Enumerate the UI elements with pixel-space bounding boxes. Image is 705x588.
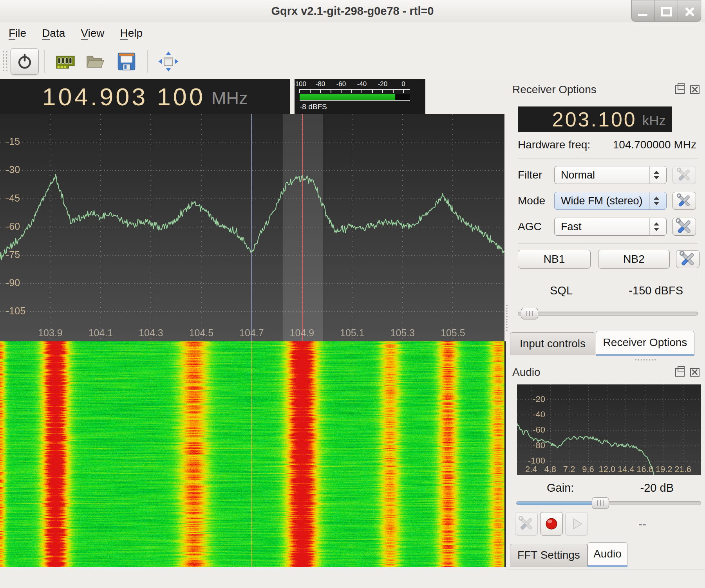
- tab-input-controls[interactable]: Input controls: [510, 332, 595, 355]
- spectrum-y-tick-label: -90: [6, 277, 20, 289]
- agc-options-button[interactable]: [672, 218, 696, 236]
- spectrum-x-tick-label: 105.3: [390, 327, 415, 339]
- tab-fft-settings[interactable]: FFT Settings: [510, 544, 588, 566]
- spinner-icon[interactable]: [649, 192, 663, 209]
- frequency-value[interactable]: 104.903 100: [42, 83, 205, 111]
- gain-label: Gain:: [547, 482, 574, 494]
- menu-file[interactable]: File: [9, 27, 26, 40]
- audio-fft-y-tick-label: -40: [517, 409, 545, 420]
- nb-options-button[interactable]: [676, 250, 700, 268]
- meter-tick: [331, 90, 331, 93]
- open-file-icon[interactable]: [85, 51, 107, 72]
- gqrx-window: Gqrx v2.1-git-298-g0e78 - rtl=0 File Dat…: [0, 0, 705, 588]
- frequency-unit: MHz: [212, 88, 248, 108]
- audio-options-button: [515, 512, 538, 536]
- meter-tick: [341, 90, 342, 93]
- minimize-icon: [638, 14, 647, 16]
- close-panel-icon[interactable]: [690, 368, 700, 377]
- filter-width-display[interactable]: 203.100 kHz: [518, 106, 672, 132]
- meter-tick: [310, 90, 311, 93]
- toolbar-separator: [44, 50, 45, 73]
- tools-icon: [677, 168, 692, 182]
- meter-track: [300, 94, 410, 101]
- menu-view[interactable]: View: [81, 27, 104, 40]
- waterfall-canvas[interactable]: [0, 341, 504, 567]
- mode-select[interactable]: Wide FM (stereo): [554, 192, 667, 210]
- close-button[interactable]: [678, 0, 701, 22]
- audio-fft-y-tick-label: -80: [517, 440, 545, 451]
- tools-icon: [519, 516, 534, 532]
- spectrum-y-tick-label: -45: [6, 193, 20, 204]
- audio-status: --: [638, 518, 646, 531]
- mode-options-button[interactable]: [672, 192, 696, 210]
- waterfall-plot[interactable]: [0, 341, 506, 567]
- minimize-button[interactable]: [631, 0, 655, 22]
- splitter-handle[interactable]: [505, 304, 508, 332]
- meter-tick-label: -40: [357, 80, 367, 88]
- toolbar: [0, 44, 705, 79]
- toolbar-separator: [147, 50, 148, 73]
- nb2-button[interactable]: NB2: [598, 250, 670, 269]
- maximize-button[interactable]: [655, 0, 678, 22]
- spectrum-plot[interactable]: -15-30-45-60-75-90-105103.9104.1104.3104…: [0, 114, 504, 341]
- agc-row: AGC Fast: [506, 218, 705, 236]
- nb1-button[interactable]: NB1: [518, 250, 591, 269]
- audio-panel-controls: [675, 368, 700, 377]
- audio-fft-x-tick-label: 9.6: [582, 464, 594, 474]
- meter-tick-label: 0: [401, 80, 405, 88]
- squelch-row: SQL -150 dBFS: [506, 284, 705, 297]
- receiver-options-title: Receiver Options: [512, 83, 597, 96]
- titlebar: Gqrx v2.1-git-298-g0e78 - rtl=0: [0, 0, 705, 22]
- gain-slider-fill: [517, 501, 600, 505]
- spinner-icon[interactable]: [649, 218, 663, 235]
- tab-audio[interactable]: Audio: [588, 542, 627, 567]
- filter-width-unit: kHz: [642, 113, 666, 128]
- frequency-display[interactable]: 104.903 100 MHz: [0, 79, 290, 114]
- meter-bar: [300, 94, 395, 100]
- float-panel-icon[interactable]: [675, 368, 685, 377]
- close-icon: [685, 7, 695, 17]
- meter-tick: [382, 90, 383, 93]
- spinner-icon[interactable]: [649, 166, 663, 184]
- record-button[interactable]: [540, 512, 563, 536]
- toolbar-drag-handle[interactable]: [2, 50, 9, 73]
- audio-fft-x-tick-label: 16.8: [636, 464, 653, 474]
- maximize-icon: [661, 7, 672, 16]
- close-panel-icon[interactable]: [690, 85, 700, 94]
- meter-tick: [299, 90, 300, 93]
- squelch-slider[interactable]: [518, 312, 698, 316]
- audio-fft-x-tick-label: 2.4: [525, 464, 537, 474]
- audio-fft-x-tick-label: 4.8: [544, 464, 556, 474]
- hardware-freq-row: Hardware freq: 104.700000 MHz: [518, 139, 696, 151]
- squelch-slider-handle[interactable]: [521, 308, 538, 319]
- tools-icon: [676, 218, 693, 235]
- agc-select[interactable]: Fast: [554, 218, 667, 236]
- float-panel-icon[interactable]: [675, 85, 685, 94]
- squelch-label: SQL: [550, 284, 573, 297]
- filter-label: Filter: [518, 169, 542, 181]
- menu-help[interactable]: Help: [120, 27, 143, 40]
- filter-select[interactable]: Normal: [554, 166, 667, 184]
- meter-tick: [320, 90, 321, 93]
- audio-fft-x-tick-label: 21.6: [674, 464, 691, 474]
- filter-width-value[interactable]: 203.100: [552, 108, 637, 131]
- gain-value: -20 dB: [640, 482, 674, 494]
- record-icon: [543, 516, 560, 532]
- start-dsp-button[interactable]: [11, 48, 39, 75]
- signal-meter-scale: -8 dBFS -100-80-60-40-200: [300, 79, 403, 114]
- meter-value-label: -8 dBFS: [300, 103, 327, 111]
- tab-drag-handle[interactable]: [634, 359, 656, 361]
- gain-slider-handle[interactable]: [592, 497, 609, 509]
- audio-fft-x-tick-label: 7.2: [563, 464, 575, 474]
- noise-blanker-row: NB1 NB2: [506, 250, 705, 269]
- fullscreen-icon[interactable]: [158, 51, 179, 72]
- meter-tick: [393, 90, 394, 93]
- dsp-options-icon[interactable]: [55, 51, 76, 72]
- spectrum-x-tick-label: 105.1: [340, 327, 365, 339]
- menu-data[interactable]: Data: [42, 27, 65, 40]
- tab-receiver-options[interactable]: Receiver Options: [596, 331, 694, 356]
- save-file-icon[interactable]: [116, 51, 137, 72]
- spectrum-y-tick-label: -15: [6, 136, 20, 147]
- power-icon: [16, 52, 34, 70]
- spectrum-canvas[interactable]: [0, 114, 504, 341]
